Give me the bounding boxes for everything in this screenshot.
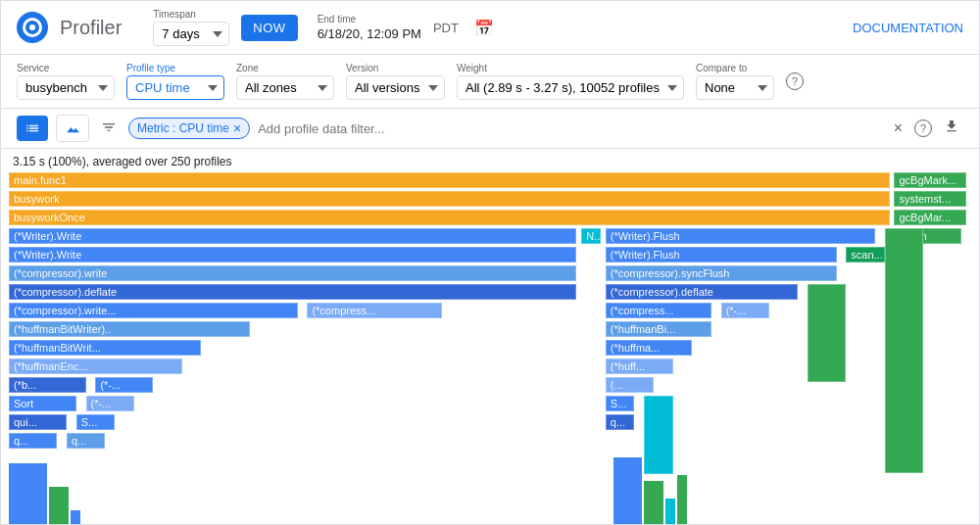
flame-row: main.func1 gcBgMark...: [9, 172, 971, 190]
flame-row: (*compressor).deflate (*compressor).defl…: [9, 284, 971, 302]
flame-row: Sort (*-... S...: [9, 396, 971, 413]
bar-s-right[interactable]: S...: [606, 396, 634, 411]
version-filter-group: Version All versions: [346, 63, 445, 100]
bottom-col-2[interactable]: [49, 487, 69, 524]
flame-row: (*compressor).write (*compressor).syncFl…: [9, 265, 971, 283]
download-icon: [944, 119, 959, 134]
end-time-label: End time: [318, 14, 421, 24]
zone-label: Zone: [236, 63, 334, 73]
bar-compress-right2[interactable]: (*-...: [721, 303, 769, 318]
bar-compressor-syncflush[interactable]: (*compressor).syncFlush: [606, 265, 837, 281]
calendar-icon[interactable]: 📅: [474, 19, 494, 37]
bar-huffmanenc[interactable]: (*huffmanEnc...: [9, 358, 182, 374]
bar-qui[interactable]: qui...: [9, 414, 67, 430]
bar-sort[interactable]: Sort: [9, 396, 76, 411]
bar-right-tall[interactable]: [808, 284, 846, 382]
flame-row: busyworkOnce gcBgMar...: [9, 210, 971, 227]
service-select[interactable]: busybench: [17, 75, 115, 100]
filter-icon: [101, 119, 117, 135]
bar-b2[interactable]: (*-...: [95, 377, 153, 393]
service-filter-group: Service busybench: [17, 63, 115, 100]
compare-select[interactable]: None: [696, 75, 774, 100]
profile-type-filter-group: Profile type CPU time Heap Threads: [126, 63, 224, 100]
bottom-col-right-3[interactable]: [665, 499, 675, 524]
version-select[interactable]: All versions: [346, 75, 445, 100]
toolbar-row: Metric : CPU time × × ?: [1, 109, 979, 149]
list-icon: [24, 120, 40, 136]
profile-type-select[interactable]: CPU time Heap Threads: [126, 75, 224, 100]
bar-q-right[interactable]: q...: [606, 414, 634, 430]
bar-writer-flush-2[interactable]: (*Writer).Flush: [606, 247, 837, 262]
toolbar-help-icon[interactable]: ?: [914, 119, 932, 137]
bar-scan[interactable]: scan... ...: [846, 247, 884, 262]
filter-button[interactable]: [97, 116, 121, 142]
bottom-col-right-1[interactable]: [613, 457, 642, 524]
timespan-label: Timespan: [153, 9, 229, 20]
bottom-col-right-4[interactable]: [677, 475, 687, 524]
chart-icon: [65, 120, 80, 136]
now-button[interactable]: NOW: [241, 15, 297, 41]
bottom-col-1[interactable]: [9, 463, 47, 524]
compare-label: Compare to: [696, 63, 774, 73]
bar-main-func1[interactable]: main.func1: [9, 172, 890, 188]
weight-filter-group: Weight All (2.89 s - 3.27 s), 10052 prof…: [457, 63, 684, 100]
bar-writer-flush-1[interactable]: (*Writer).Flush: [606, 228, 875, 244]
bottom-col-right-2[interactable]: [644, 481, 663, 524]
filter-input[interactable]: [258, 121, 565, 136]
bar-s[interactable]: S...: [76, 414, 115, 430]
bottom-col-3[interactable]: [71, 510, 80, 524]
documentation-link[interactable]: DOCUMENTATION: [853, 21, 963, 35]
compare-filter-group: Compare to None: [696, 63, 774, 100]
zone-select[interactable]: All zones: [236, 75, 334, 100]
bar-n[interactable]: N...: [581, 228, 601, 244]
bar-gcbgmar[interactable]: gcBgMar...: [894, 210, 966, 225]
list-view-button[interactable]: [17, 116, 48, 141]
filters-help-icon[interactable]: ?: [786, 72, 804, 90]
flame-area: 3.15 s (100%), averaged over 250 profile…: [1, 149, 979, 524]
logo-icon: [23, 18, 42, 37]
bar-huffman-right[interactable]: (*huffmanBi...: [606, 321, 711, 337]
bar-tall-green[interactable]: [885, 228, 923, 473]
zone-filter-group: Zone All zones: [236, 63, 334, 100]
bar-huff-right[interactable]: (*huff...: [606, 358, 673, 374]
bar-gcbgmark[interactable]: gcBgMark...: [894, 172, 966, 188]
bar-systemst[interactable]: systemst...: [894, 191, 966, 207]
bottom-columns: [9, 452, 971, 524]
bar-compressor-write[interactable]: (*compressor).write: [9, 265, 576, 281]
filters-row: Service busybench Profile type CPU time …: [1, 55, 979, 109]
app-container: Profiler Timespan 7 days 1 day 6 hours 1…: [0, 0, 980, 525]
timespan-select[interactable]: 7 days 1 day 6 hours 1 hour: [153, 22, 229, 46]
chart-view-button[interactable]: [56, 115, 89, 142]
flame-row: busywork systemst...: [9, 191, 971, 209]
flame-row: qui... S... q...: [9, 414, 971, 432]
bar-busywork[interactable]: busywork: [9, 191, 890, 207]
download-button[interactable]: [940, 115, 963, 142]
bar-paren-right[interactable]: (...: [606, 377, 654, 393]
timespan-group: Timespan 7 days 1 day 6 hours 1 hour: [153, 9, 229, 46]
bar-q1[interactable]: q...: [9, 433, 57, 449]
version-label: Version: [346, 63, 445, 73]
bar-b[interactable]: (*b...: [9, 377, 86, 393]
bar-compress-mid[interactable]: (*compress...: [307, 303, 441, 318]
bar-compress-right[interactable]: (*compress...: [606, 303, 711, 318]
bar-busyworkonce[interactable]: busyworkOnce: [9, 210, 890, 225]
header: Profiler Timespan 7 days 1 day 6 hours 1…: [1, 1, 979, 55]
flame-chart[interactable]: main.func1 gcBgMark... busywork systemst…: [9, 172, 971, 524]
bar-huffma-right[interactable]: (*huffma...: [606, 340, 692, 356]
bar-compressor-deflate-2[interactable]: (*compressor).deflate: [606, 284, 798, 300]
bar-compressor-write-2[interactable]: (*compressor).write...: [9, 303, 298, 318]
app-logo: [17, 12, 48, 43]
clear-filter-button[interactable]: ×: [890, 116, 906, 141]
bar-writer-write-2[interactable]: (*Writer).Write: [9, 247, 576, 262]
bar-huffman-1[interactable]: (*huffmanBitWriter)..: [9, 321, 250, 337]
bar-compressor-deflate-1[interactable]: (*compressor).deflate: [9, 284, 576, 300]
profile-type-label: Profile type: [126, 63, 224, 73]
bar-q2[interactable]: q...: [67, 433, 105, 449]
app-title: Profiler: [60, 17, 122, 39]
bar-huffmanbitwrite[interactable]: (*huffmanBitWrit...: [9, 340, 201, 356]
bar-sort-paren[interactable]: (*-...: [86, 396, 134, 411]
bar-writer-write-1[interactable]: (*Writer).Write: [9, 228, 576, 244]
metric-chip-remove[interactable]: ×: [233, 120, 241, 136]
flame-row: (*Writer).Write (*Writer).Flush scan... …: [9, 247, 971, 264]
weight-select[interactable]: All (2.89 s - 3.27 s), 10052 profiles: [457, 75, 684, 100]
